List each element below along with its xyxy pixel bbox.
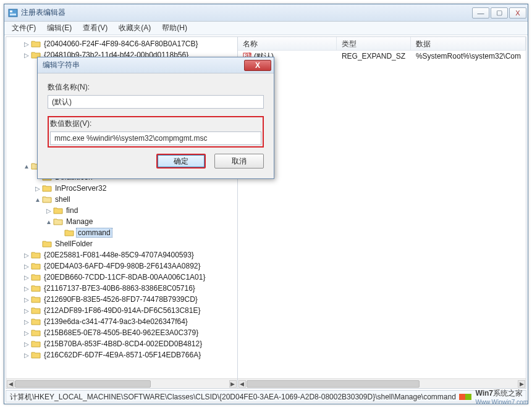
scroll-left-icon[interactable]: ◀: [7, 380, 14, 388]
expand-icon[interactable]: ▷: [22, 252, 31, 259]
col-name[interactable]: 名称: [238, 37, 337, 50]
list-pane[interactable]: 名称 类型 数据 ab (默认) REG_EXPAND_SZ %SystemRo…: [238, 36, 526, 389]
expand-icon[interactable]: ▷: [22, 296, 31, 303]
menu-favorites[interactable]: 收藏夹(A): [114, 22, 156, 35]
expand-icon[interactable]: ▷: [22, 341, 31, 348]
tree-node[interactable]: ▲Manage: [6, 216, 237, 227]
tree-hscroll-thumb[interactable]: [15, 380, 151, 388]
tree-node-label: find: [65, 206, 79, 215]
menu-file[interactable]: 文件(F): [7, 22, 41, 35]
value-data-field[interactable]: [50, 131, 261, 145]
dialog-titlebar[interactable]: 编辑字符串 X: [38, 57, 274, 73]
folder-icon: [53, 217, 63, 226]
highlight-box: 数值数据(V):: [48, 116, 264, 148]
dialog-body: 数值名称(N): 数值数据(V): 确定 取消: [38, 73, 274, 178]
tree-node[interactable]: ▲shell: [6, 194, 237, 205]
folder-icon: [31, 262, 41, 270]
tree-node-label: {2139e6da-c341-4774-9ac3-b4e026347f64}: [43, 317, 189, 326]
expand-icon[interactable]: ▷: [22, 263, 31, 270]
scroll-left-icon[interactable]: ◀: [239, 380, 246, 388]
tree-node[interactable]: ShellFolder: [6, 238, 237, 249]
dialog-close-button[interactable]: X: [244, 60, 271, 71]
scroll-right-icon[interactable]: ▶: [229, 380, 237, 388]
folder-icon: [31, 251, 41, 259]
cell-type: REG_EXPAND_SZ: [337, 52, 411, 60]
tree-node[interactable]: command: [6, 227, 237, 238]
collapse-icon[interactable]: ▲: [22, 163, 31, 170]
tree-node[interactable]: ▷{21167137-B7E3-40B6-8863-8386E8C05716}: [6, 283, 237, 294]
tree-node-label: {20404060-F24F-4F89-84C6-8AF80B0A17CB}: [43, 40, 200, 48]
tree-node-label: InProcServer32: [54, 184, 108, 193]
ok-button[interactable]: 确定: [156, 154, 206, 169]
tree-node[interactable]: ▷find: [6, 205, 237, 216]
col-data[interactable]: 数据: [411, 37, 526, 50]
expand-icon[interactable]: ▷: [22, 330, 31, 336]
tree-node[interactable]: ▷{216C62DF-6D7F-4E9A-8571-05F14EDB766A}: [6, 349, 237, 360]
expand-icon[interactable]: ▷: [22, 41, 31, 48]
close-button[interactable]: X: [509, 7, 526, 19]
tree-node[interactable]: ▷{212690FB-83E5-4526-8FD7-74478B7939CD}: [6, 294, 237, 305]
folder-icon: [31, 328, 41, 337]
svg-rect-2: [10, 14, 16, 15]
expand-icon[interactable]: ▷: [22, 274, 31, 281]
expand-icon[interactable]: ▷: [44, 207, 53, 214]
tree-node-label: {20ED4A03-6AFD-4FD9-980B-2F6143AA0892}: [43, 262, 202, 270]
tree-node[interactable]: ▷InProcServer32: [6, 183, 237, 194]
watermark: Win7系统之家 Www.Winwin7.com: [459, 388, 528, 406]
folder-icon: [31, 306, 41, 315]
dialog-title: 编辑字符串: [43, 60, 244, 70]
tree-node-label: {215B70BA-853F-4B8D-8CD4-002EDD0B4812}: [43, 339, 203, 348]
tree-node-label: {20E25881-F081-448e-85C9-4707A9400593}: [43, 251, 195, 259]
window-buttons: — ▢ X: [472, 7, 526, 19]
list-hscrollbar[interactable]: ◀ ▶: [238, 378, 526, 388]
menu-view[interactable]: 查看(V): [78, 22, 112, 35]
tree-node[interactable]: ▷{215B68E5-0E78-4505-BE40-962EE3A0C379}: [6, 327, 237, 338]
folder-icon: [31, 317, 41, 326]
tree-hscrollbar[interactable]: ◀ ▶: [6, 378, 237, 388]
statusbar: 计算机\HKEY_LOCAL_MACHINE\SOFTWARE\Classes\…: [6, 390, 526, 402]
tree-node-label: {212ADF89-1F86-49D0-914A-DF6C5613C81E}: [43, 306, 201, 315]
list-header[interactable]: 名称 类型 数据: [238, 37, 526, 51]
scroll-right-icon[interactable]: ▶: [518, 380, 525, 388]
expand-icon[interactable]: ▷: [22, 52, 31, 59]
expand-icon[interactable]: ▷: [22, 285, 31, 292]
tree-node[interactable]: ▷{20E25881-F081-448e-85C9-4707A9400593}: [6, 249, 237, 260]
minimize-button[interactable]: —: [472, 7, 489, 19]
tree-node-label: shell: [54, 195, 72, 204]
tree-node[interactable]: ▷{20EDB660-7CDD-11CF-8DAB-00AA006C1A01}: [6, 272, 237, 283]
tree-node-label: {20EDB660-7CDD-11CF-8DAB-00AA006C1A01}: [43, 273, 206, 281]
expand-icon[interactable]: ▷: [33, 185, 42, 192]
collapse-icon[interactable]: ▲: [33, 196, 42, 203]
windows-flag-icon: [459, 394, 471, 400]
folder-icon: [31, 273, 41, 281]
svg-rect-0: [9, 9, 17, 17]
cancel-button[interactable]: 取消: [214, 154, 264, 169]
tree-node[interactable]: ▷{20404060-F24F-4F89-84C6-8AF80B0A17CB}: [6, 38, 237, 49]
folder-icon: [53, 206, 63, 215]
folder-icon: [31, 339, 41, 348]
value-name-field[interactable]: [48, 95, 264, 109]
expand-icon[interactable]: ▷: [22, 318, 31, 325]
tree-node[interactable]: ▷{212ADF89-1F86-49D0-914A-DF6C5613C81E}: [6, 305, 237, 316]
tree-node[interactable]: ▷{20ED4A03-6AFD-4FD9-980B-2F6143AA0892}: [6, 260, 237, 272]
window-title: 注册表编辑器: [21, 7, 472, 18]
tree-node-label: Manage: [65, 217, 94, 226]
menu-help[interactable]: 帮助(H): [157, 22, 192, 35]
menubar: 文件(F) 编辑(E) 查看(V) 收藏夹(A) 帮助(H): [4, 22, 528, 35]
maximize-button[interactable]: ▢: [491, 7, 508, 19]
value-data-label: 数值数据(V):: [50, 119, 261, 129]
tree-node[interactable]: ▷{2139e6da-c341-4774-9ac3-b4e026347f64}: [6, 316, 237, 327]
expand-icon[interactable]: ▷: [22, 352, 31, 359]
folder-icon: [42, 195, 52, 204]
col-type[interactable]: 类型: [337, 37, 411, 50]
collapse-icon[interactable]: ▲: [44, 219, 53, 225]
tree-node-label: {215B68E5-0E78-4505-BE40-962EE3A0C379}: [43, 328, 200, 337]
folder-icon: [31, 295, 41, 304]
menu-edit[interactable]: 编辑(E): [42, 22, 77, 35]
titlebar[interactable]: 注册表编辑器 — ▢ X: [4, 4, 528, 22]
list-row[interactable]: ab (默认) REG_EXPAND_SZ %SystemRoot%\syste…: [238, 51, 526, 62]
tree-node[interactable]: ▷{215B70BA-853F-4B8D-8CD4-002EDD0B4812}: [6, 338, 237, 349]
tree-node-label: {216C62DF-6D7F-4E9A-8571-05F14EDB766A}: [43, 351, 202, 359]
expand-icon[interactable]: ▷: [22, 307, 31, 314]
list-hscroll-thumb[interactable]: [247, 380, 420, 388]
